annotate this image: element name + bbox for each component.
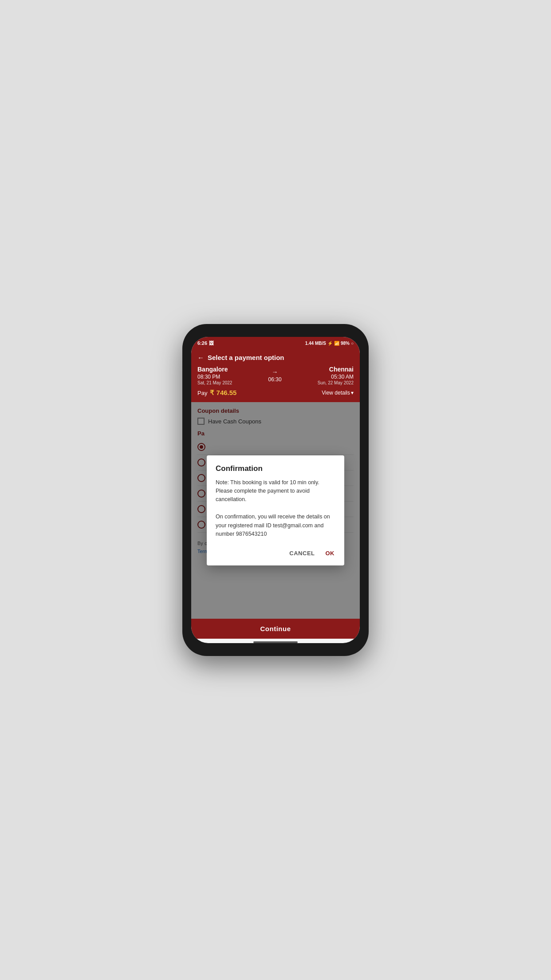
- payment-header: ← Select a payment option Bangalore 08:3…: [191, 349, 360, 402]
- status-bluetooth-icon: ⚡: [327, 341, 333, 346]
- confirmation-dialog: Confirmation Note: This booking is valid…: [207, 455, 344, 566]
- pay-row: Pay ₹ 746.55 View details ▾: [197, 389, 354, 397]
- arrival-time: 05:30 AM: [318, 374, 354, 380]
- arrow-icon: →: [268, 368, 282, 375]
- continue-button[interactable]: Continue: [191, 619, 360, 639]
- dialog-overlay: Confirmation Note: This booking is valid…: [191, 402, 360, 619]
- view-details-button[interactable]: View details ▾: [322, 390, 354, 396]
- dialog-body-line1: Note: This booking is valid for 10 min o…: [216, 479, 319, 503]
- home-indicator: [253, 641, 298, 643]
- dialog-body-line2: On confirmation, you will receive the de…: [216, 514, 330, 537]
- status-battery-icon: ○: [351, 341, 354, 346]
- page-title: Select a payment option: [208, 354, 284, 361]
- origin-city: Bangalore: [197, 366, 232, 373]
- dialog-actions: CANCEL OK: [216, 545, 335, 559]
- chevron-down-icon: ▾: [351, 390, 354, 396]
- pay-label: Pay: [197, 390, 207, 396]
- departure-time: 08:30 PM: [197, 374, 232, 380]
- header-title-row: ← Select a payment option: [197, 354, 354, 361]
- duration: 06:30: [268, 376, 282, 383]
- destination-info: Chennai 05:30 AM Sun, 22 May 2022: [318, 366, 354, 385]
- status-photo-icon: 🖼: [209, 340, 214, 346]
- arrival-date: Sun, 22 May 2022: [318, 380, 354, 385]
- cancel-button[interactable]: CANCEL: [288, 547, 315, 559]
- departure-date: Sat, 21 May 2022: [197, 380, 232, 385]
- phone-frame: 6:26 🖼 1.44 MB/S ⚡ 📶 98% ○ ← Select a pa…: [182, 324, 369, 656]
- status-signal-icon: 📶: [334, 341, 339, 346]
- destination-city: Chennai: [318, 366, 354, 373]
- status-bar: 6:26 🖼 1.44 MB/S ⚡ 📶 98% ○: [191, 337, 360, 349]
- back-icon[interactable]: ←: [197, 354, 204, 361]
- status-battery: 98%: [341, 341, 350, 346]
- main-content: Coupon details Have Cash Coupons Pa: [191, 402, 360, 619]
- duration-info: → 06:30: [268, 368, 282, 383]
- origin-info: Bangalore 08:30 PM Sat, 21 May 2022: [197, 366, 232, 385]
- status-speed: 1.44 MB/S: [305, 341, 326, 346]
- pay-amount: ₹ 746.55: [210, 389, 236, 397]
- dialog-title: Confirmation: [216, 464, 335, 473]
- journey-row: Bangalore 08:30 PM Sat, 21 May 2022 → 06…: [197, 366, 354, 385]
- dialog-body: Note: This booking is valid for 10 min o…: [216, 478, 335, 539]
- ok-button[interactable]: OK: [325, 547, 336, 559]
- phone-screen: 6:26 🖼 1.44 MB/S ⚡ 📶 98% ○ ← Select a pa…: [191, 337, 360, 643]
- status-time: 6:26: [197, 340, 207, 346]
